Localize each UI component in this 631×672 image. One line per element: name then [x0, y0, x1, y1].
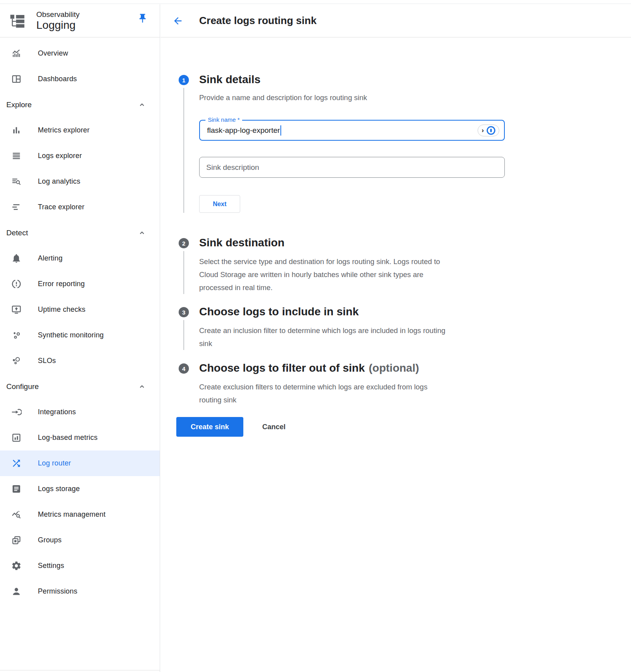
- chevron-up-icon: [138, 382, 146, 391]
- password-manager-widget[interactable]: ›: [478, 125, 499, 136]
- step-rail: 2: [179, 238, 189, 294]
- step-connector: [183, 88, 184, 213]
- sidebar-item-label: SLOs: [38, 357, 56, 365]
- create-sink-button[interactable]: Create sink: [176, 417, 243, 437]
- step-sink-details: 1 Sink details Provide a name and descri…: [179, 75, 631, 238]
- sidebar-item-log-analytics[interactable]: Log analytics: [0, 169, 160, 194]
- sidebar-item-label: Overview: [38, 49, 68, 58]
- sidebar-item-synthetic-monitoring[interactable]: Synthetic monitoring: [0, 322, 160, 348]
- metrics-explorer-icon: [11, 125, 22, 136]
- sidebar-item-integrations[interactable]: Integrations: [0, 399, 160, 425]
- step-exclude-logs: 4 Choose logs to filter out of sink(opti…: [179, 363, 631, 406]
- sidebar-item-label: Uptime checks: [38, 305, 86, 314]
- sidebar-item-slos[interactable]: SLOs: [0, 348, 160, 374]
- uptime-checks-icon: [11, 304, 22, 315]
- sidebar-section-configure[interactable]: Configure: [0, 374, 160, 399]
- sidebar-header: Observability Logging: [0, 4, 160, 37]
- sidebar-item-trace-explorer[interactable]: Trace explorer: [0, 194, 160, 220]
- step-description: Select the service type and destination …: [199, 255, 511, 294]
- step-rail: 4: [179, 363, 189, 406]
- overview-icon: [11, 48, 22, 59]
- step-description: Create exclusion filters to determine wh…: [199, 380, 511, 406]
- sidebar-item-label: Synthetic monitoring: [38, 331, 104, 339]
- sidebar-item-logs-explorer[interactable]: Logs explorer: [0, 143, 160, 169]
- sidebar-item-label: Error reporting: [38, 280, 85, 288]
- page-header: Create logs routing sink: [161, 4, 631, 37]
- sidebar-item-metrics-explorer[interactable]: Metrics explorer: [0, 117, 160, 143]
- chevron-up-icon: [138, 101, 146, 109]
- sink-name-label: Sink name *: [205, 116, 242, 123]
- form-actions: Create sink Cancel: [176, 417, 631, 437]
- sink-creation-form: 1 Sink details Provide a name and descri…: [161, 37, 631, 437]
- error-reporting-icon: [11, 279, 22, 289]
- sidebar-item-uptime-checks[interactable]: Uptime checks: [0, 297, 160, 322]
- pin-icon[interactable]: [137, 13, 148, 24]
- step-title: Choose logs to include in sink: [199, 306, 631, 318]
- permissions-person-icon: [11, 586, 22, 597]
- sidebar-item-metrics-management[interactable]: Metrics management: [0, 502, 160, 527]
- gcp-logging-app: Observability Logging Overview Dashboard…: [0, 0, 631, 672]
- sink-name-value: flask-app-log-exporter: [207, 126, 280, 135]
- step-connector: [183, 251, 184, 294]
- sidebar-item-error-reporting[interactable]: Error reporting: [0, 271, 160, 297]
- step-number-badge: 4: [179, 363, 189, 374]
- chevron-right-icon: ›: [482, 127, 484, 134]
- alerting-bell-icon: [11, 253, 22, 264]
- next-button[interactable]: Next: [199, 195, 240, 213]
- sidebar-section-detect[interactable]: Detect: [0, 220, 160, 246]
- synthetic-monitoring-icon: [11, 330, 22, 341]
- log-router-shuffle-icon: [11, 458, 22, 469]
- sidebar-item-label: Metrics management: [38, 510, 106, 519]
- sidebar-item-settings[interactable]: Settings: [0, 553, 160, 579]
- sidebar-item-label: Log-based metrics: [38, 434, 97, 442]
- trace-explorer-icon: [11, 202, 22, 212]
- step-include-logs: 3 Choose logs to include in sink Create …: [179, 307, 631, 363]
- sidebar-item-log-based-metrics[interactable]: Log-based metrics: [0, 425, 160, 450]
- step-title: Sink details: [199, 74, 631, 86]
- top-divider: [0, 0, 631, 4]
- logs-explorer-icon: [11, 151, 22, 161]
- step-number-badge: 2: [179, 238, 189, 248]
- step-sink-destination: 2 Sink destination Select the service ty…: [179, 238, 631, 307]
- sidebar: Observability Logging Overview Dashboard…: [0, 4, 160, 672]
- sidebar-section-explore[interactable]: Explore: [0, 92, 160, 117]
- step-rail: 3: [179, 307, 189, 350]
- sidebar-item-alerting[interactable]: Alerting: [0, 246, 160, 271]
- groups-icon: [11, 535, 22, 545]
- sink-description-input[interactable]: [206, 163, 489, 172]
- sidebar-item-overview[interactable]: Overview: [0, 41, 160, 66]
- sink-name-input[interactable]: Sink name * flask-app-log-exporter ›: [199, 120, 505, 141]
- section-label: Detect: [6, 229, 28, 237]
- sidebar-item-dashboards[interactable]: Dashboards: [0, 66, 160, 92]
- step-description: Create an inclusion filter to determine …: [199, 324, 511, 350]
- back-arrow-icon[interactable]: [172, 15, 183, 26]
- sidebar-item-logs-storage[interactable]: Logs storage: [0, 476, 160, 502]
- step-number-badge: 1: [179, 75, 189, 85]
- sidebar-item-label: Trace explorer: [38, 203, 84, 211]
- log-based-metrics-icon: [11, 432, 22, 443]
- metrics-management-icon: [11, 509, 22, 520]
- sidebar-item-label: Permissions: [38, 587, 77, 596]
- sidebar-titles: Observability Logging: [36, 10, 80, 32]
- product-title: Logging: [36, 19, 80, 32]
- logs-storage-icon: [11, 484, 22, 494]
- product-eyebrow: Observability: [36, 10, 80, 19]
- sidebar-item-label: Metrics explorer: [38, 126, 90, 134]
- sidebar-item-label: Logs explorer: [38, 152, 82, 160]
- step-number-badge: 3: [179, 307, 189, 317]
- optional-suffix: (optional): [369, 362, 419, 374]
- onepassword-icon: [487, 126, 495, 135]
- cancel-button[interactable]: Cancel: [262, 423, 286, 431]
- step-rail: 1: [179, 75, 189, 213]
- sidebar-item-label: Log router: [38, 459, 71, 467]
- sidebar-item-label: Alerting: [38, 254, 63, 262]
- settings-gear-icon: [11, 560, 22, 571]
- sidebar-item-label: Groups: [38, 536, 62, 544]
- sink-description-field: [199, 157, 505, 178]
- sidebar-bottom-divider: [0, 670, 160, 670]
- step-title: Choose logs to filter out of sink(option…: [199, 362, 631, 374]
- sidebar-item-log-router[interactable]: Log router: [0, 450, 160, 476]
- slos-icon: [11, 356, 22, 366]
- sidebar-item-groups[interactable]: Groups: [0, 527, 160, 553]
- sidebar-item-permissions[interactable]: Permissions: [0, 579, 160, 604]
